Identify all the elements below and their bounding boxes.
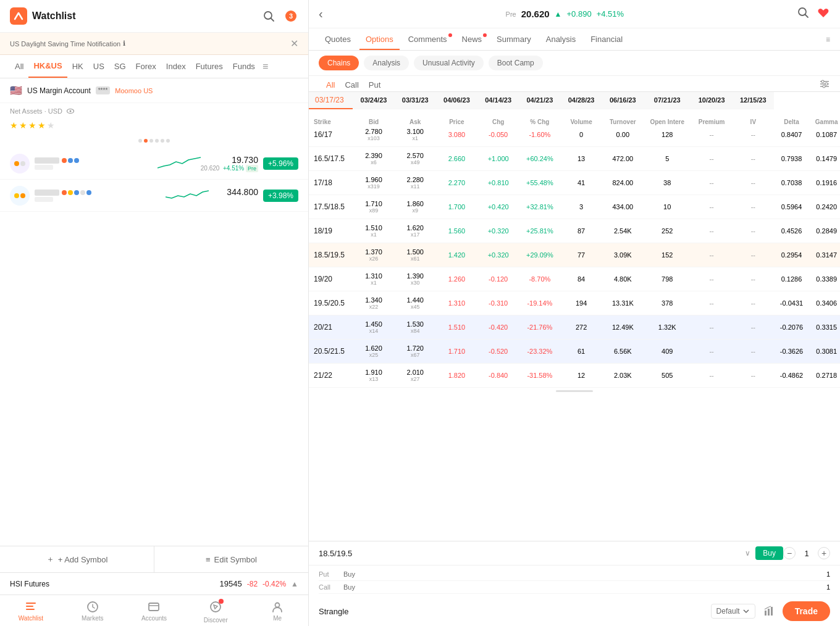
tab-summary[interactable]: Summary: [490, 28, 537, 50]
svg-point-5: [69, 111, 71, 112]
subtab-all[interactable]: All: [324, 79, 337, 91]
date-03-17[interactable]: 03/17/23: [309, 92, 353, 109]
tab-hkus[interactable]: HK&US: [28, 55, 67, 78]
tabs-more-icon[interactable]: ≡: [262, 61, 268, 72]
table-row[interactable]: 20.5/21.5 1.620x25 1.720x67 1.710 -0.520…: [309, 340, 840, 364]
table-row[interactable]: 18/19 1.510x1 1.620x17 1.560 +0.320 +25.…: [309, 219, 840, 243]
analysis-filter-button[interactable]: Analysis: [364, 56, 409, 70]
notifications-icon[interactable]: 3: [284, 9, 298, 23]
table-row[interactable]: 17.5/18.5 1.710x89 1.860x9 1.700 +0.420 …: [309, 195, 840, 219]
subtab-put[interactable]: Put: [366, 79, 384, 91]
date-06-16[interactable]: 06/16/23: [602, 92, 644, 109]
date-10-20[interactable]: 10/20/23: [691, 92, 733, 109]
subtab-call[interactable]: Call: [342, 79, 361, 91]
table-row[interactable]: 18.5/19.5 1.370x26 1.500x61 1.420 +0.320…: [309, 243, 840, 267]
chains-filter-button[interactable]: Chains: [319, 56, 359, 70]
buy-button[interactable]: Buy: [755, 546, 783, 560]
table-row[interactable]: 17/18 1.960x319 2.280x11 2.270 +0.810 +5…: [309, 171, 840, 195]
balance-row: [0, 134, 308, 148]
tab-quotes[interactable]: Quotes: [319, 28, 357, 50]
avatar: [10, 186, 30, 206]
tab-comments[interactable]: Comments: [402, 28, 453, 50]
order-legs: Put Buy 1 Call Buy 1: [309, 565, 840, 596]
svg-line-25: [765, 607, 768, 609]
svg-line-26: [768, 606, 771, 607]
tab-analysis[interactable]: Analysis: [540, 28, 582, 50]
tab-us[interactable]: US: [88, 56, 109, 77]
unusual-activity-filter-button[interactable]: Unusual Activity: [414, 56, 484, 70]
nav-markets[interactable]: Markets: [62, 595, 124, 626]
leg-put-action: Buy: [343, 570, 368, 578]
date-04-28[interactable]: 04/28/23: [560, 92, 602, 109]
nav-discover[interactable]: Discover: [185, 595, 246, 626]
stock-price: 344.800: [209, 187, 258, 197]
tab-all[interactable]: All: [10, 56, 28, 77]
tab-news[interactable]: News: [456, 28, 489, 50]
date-04-21[interactable]: 04/21/23: [519, 92, 560, 109]
expand-order-button[interactable]: ∨: [745, 549, 750, 557]
nav-accounts[interactable]: Accounts: [124, 595, 185, 626]
comments-dot: [448, 33, 452, 37]
nav-watchlist[interactable]: Watchlist: [0, 595, 62, 626]
favorite-button[interactable]: [817, 6, 830, 22]
hsi-bar: HSI Futures 19545 -82 -0.42% ▲: [0, 572, 308, 595]
list-item[interactable]: 19.730 20.620 +4.51% Pre +5.96%: [0, 148, 308, 180]
eye-icon[interactable]: [66, 107, 75, 115]
change-badge: +5.96%: [263, 157, 298, 170]
current-price: 20.620: [521, 9, 550, 19]
order-section: 18.5/19.5 ∨ Buy − 1 + Put Buy 1 Call Buy…: [309, 541, 840, 626]
order-leg-call: Call Buy 1: [319, 581, 830, 594]
table-row[interactable]: 20/21 1.450x14 1.530x84 1.510 -0.420 -21…: [309, 315, 840, 340]
date-03-24[interactable]: 03/24/23: [353, 92, 394, 109]
tab-funds[interactable]: Funds: [228, 56, 260, 77]
tab-index[interactable]: Index: [161, 56, 191, 77]
table-row[interactable]: 21/22 1.910x13 2.010x27 1.820 -0.840 -31…: [309, 364, 840, 388]
chart-button[interactable]: [760, 603, 778, 620]
tab-forex[interactable]: Forex: [131, 56, 161, 77]
date-12-15[interactable]: 12/15/23: [733, 92, 774, 109]
country-flag: 🇺🇸: [10, 85, 22, 96]
me-icon: [271, 600, 284, 614]
table-row[interactable]: 19/20 1.310x1 1.390x30 1.260 -0.120 -8.7…: [309, 267, 840, 291]
trade-button[interactable]: Trade: [783, 601, 830, 621]
edit-symbol-button[interactable]: ≡ Edit Symbol: [154, 546, 308, 572]
tab-options[interactable]: Options: [359, 28, 400, 50]
date-04-14[interactable]: 04/14/23: [477, 92, 519, 109]
news-dot: [483, 33, 487, 37]
boot-camp-filter-button[interactable]: Boot Camp: [489, 56, 543, 70]
table-row[interactable]: 16.5/17.5 2.390x6 2.570x49 2.660 +1.000 …: [309, 147, 840, 171]
nav-me[interactable]: Me: [246, 595, 308, 626]
rating-stars: ★ ★ ★ ★ ★: [0, 119, 308, 134]
add-symbol-button[interactable]: ＋ + Add Symbol: [0, 546, 154, 572]
back-button[interactable]: ‹: [319, 7, 323, 21]
tabs-menu-icon[interactable]: ≡: [826, 35, 830, 44]
list-item[interactable]: 344.800 +3.98%: [0, 180, 308, 212]
search-icon[interactable]: [261, 9, 276, 23]
scroll-indicator: [309, 388, 840, 394]
price-arrow: ▲: [555, 10, 562, 19]
hsi-change: -82: [247, 580, 258, 588]
hsi-pct: -0.42%: [262, 580, 286, 588]
price-pct: +4.51%: [597, 9, 624, 19]
date-04-06[interactable]: 04/06/23: [436, 92, 477, 109]
price-change: +0.890: [567, 9, 592, 19]
tab-futures[interactable]: Futures: [191, 56, 228, 77]
tab-sg[interactable]: SG: [109, 56, 131, 77]
account-name: US Margin Account: [27, 86, 91, 95]
default-select[interactable]: Default: [711, 604, 755, 619]
search-button[interactable]: [797, 6, 809, 22]
table-row[interactable]: 19.5/20.5 1.340x22 1.440x45 1.310 -0.310…: [309, 291, 840, 315]
svg-rect-22: [765, 611, 766, 616]
close-notification-button[interactable]: ✕: [290, 38, 298, 49]
tab-hk[interactable]: HK: [67, 56, 88, 77]
date-07-21[interactable]: 07/21/23: [644, 92, 691, 109]
qty-increase-button[interactable]: +: [818, 547, 830, 559]
date-03-31[interactable]: 03/31/23: [395, 92, 436, 109]
filter-options-icon[interactable]: [819, 78, 830, 91]
qty-decrease-button[interactable]: −: [783, 547, 796, 559]
strategy-label: Strangle: [319, 607, 706, 616]
tab-financial[interactable]: Financial: [584, 28, 629, 50]
expand-icon[interactable]: ▲: [291, 580, 298, 588]
edit-symbol-label: Edit Symbol: [214, 555, 257, 564]
stock-chart: [166, 185, 209, 206]
